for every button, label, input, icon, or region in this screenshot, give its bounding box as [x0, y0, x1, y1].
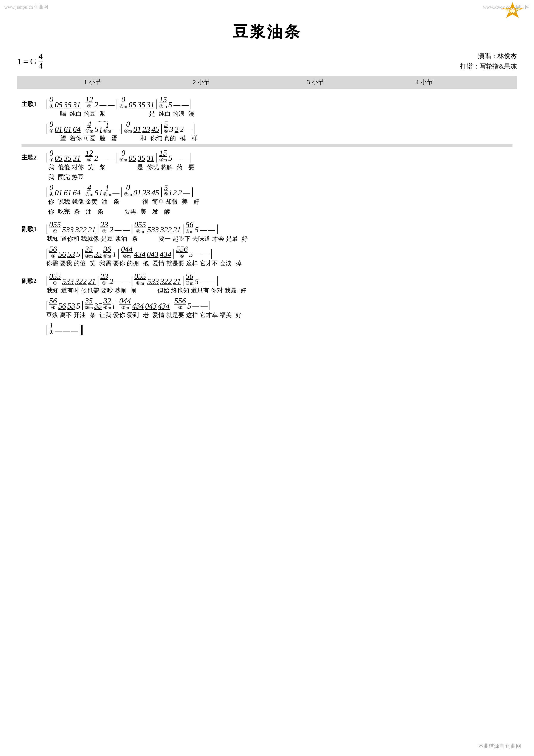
c2r2-note-i: i	[112, 302, 115, 310]
c1r1-content: | 055 ① 533 322 21 | 23 ⑤ 2 — — | 055	[45, 220, 513, 234]
v2r2-note-2-2: 2	[177, 188, 183, 197]
c1r2-bar5: |	[210, 247, 214, 259]
c2r2-note-044: 044 ②m	[119, 296, 132, 310]
c2r2-note-35-2: 35	[93, 302, 103, 310]
c2-note-5: 5	[194, 277, 199, 286]
v2r2-note-i2: i ⑥m	[103, 183, 112, 197]
note-i1-r2: i	[99, 125, 103, 134]
c2r2-note-556: 556 ⑤	[174, 296, 187, 310]
main-verse1-row2-notes: | 0 ④ 01 61 64 | 4 ③m	[21, 120, 513, 134]
c1ly2-zhe: 这样	[185, 259, 199, 267]
v2ly2b-gap	[106, 207, 124, 216]
chorus1-lyrics2: 你需 要我 的傻 笑 我需 要你 的拥 抱 爱情 就是要 这样 它才不 会淡 掉	[21, 259, 513, 267]
v2ly2-mei: 美	[179, 198, 191, 206]
v2r2-note-61: 61	[63, 188, 72, 197]
c1-note-533: 533	[62, 225, 74, 234]
v2r2-note-2: 2	[172, 188, 177, 197]
c1-note-23: 23 ⑤	[100, 220, 109, 234]
divider-space1	[21, 217, 513, 220]
c1-dash2: —	[122, 225, 130, 234]
c2-dash3: —	[199, 277, 208, 286]
c1r2-note-5: 5	[76, 250, 81, 259]
c2r2-bar1: |	[45, 299, 49, 310]
c2-note-56: 56 ③m	[185, 272, 194, 286]
barline5-end: |	[189, 97, 193, 109]
v2-note-12: 12 ⑤	[85, 148, 94, 163]
c2-note-533: 533	[62, 277, 74, 286]
end-content: | 1 ① — — — ‖	[45, 321, 513, 335]
note-31-2: 31	[146, 100, 155, 109]
c1r2-bar3: |	[117, 247, 120, 259]
c1-bar4: |	[182, 222, 185, 234]
c2-note-322-2: 322	[160, 277, 172, 286]
c2-note-21-2: 21	[172, 277, 182, 286]
v2ly2b-mei2: 美	[138, 207, 149, 216]
note-0-2: 0 ⑥m	[119, 95, 128, 109]
v2r2-dash1: —	[112, 188, 120, 197]
v2-note-05-2: 05	[128, 154, 137, 163]
v2ly2b-tiao3: 条	[94, 207, 106, 216]
v2ly2b-content: 你 吃完 条 油 条 要再 美 发 酵	[45, 207, 513, 216]
ly-empty-0	[45, 110, 57, 118]
ly2-wang: 望	[57, 134, 69, 143]
v2ly2-tiao: 条	[110, 198, 122, 206]
c1-note-56: 56 ③m	[185, 220, 194, 234]
end-dash1: —	[54, 326, 63, 335]
c2ly2-li: 离不	[59, 311, 73, 319]
divider-space2	[21, 269, 513, 271]
v2r2-bar2: |	[81, 185, 85, 197]
c1ly-tiao: 条	[129, 235, 140, 243]
v2ly-content1: 我 傻傻 对你 笑 浆 是 你忧 愁解 药 要	[45, 163, 513, 171]
note-15-1: 15 ③m	[159, 95, 168, 109]
note-45-r2: 45	[151, 125, 160, 134]
v2ly-gap	[108, 163, 134, 171]
v2-note-2: 2	[94, 154, 99, 163]
v2ly-yao2: 要	[185, 163, 197, 171]
note-0-r2: 0 ④	[49, 120, 54, 134]
note-23-r2: 23	[142, 125, 151, 134]
v2-bar5: |	[189, 151, 193, 163]
ly2-ni: 你纯	[149, 134, 163, 143]
v2r2-bar3: |	[120, 185, 124, 197]
end-double-bar: ‖	[79, 323, 85, 335]
c1-note-322: 322	[74, 225, 88, 234]
c2-note-21: 21	[88, 277, 96, 286]
c1r2-note-53: 53	[67, 250, 76, 259]
note-2-r2-2: 2	[179, 125, 184, 134]
c2r2-note-5: 5	[76, 302, 81, 310]
c1r2-bar1: |	[45, 247, 49, 259]
c2-note-055: 055 ①	[49, 272, 62, 286]
c2-bar5: |	[216, 274, 219, 286]
c1ly-jiang: 浆油	[114, 235, 129, 243]
c1ly2-yao: 要我	[59, 259, 73, 267]
c1-note-055-2: 055 ⑥m	[134, 220, 147, 234]
c1ly-shi: 是豆	[100, 235, 114, 243]
v2ly2-shuo: 说我	[57, 198, 71, 206]
ly2-yang: 样	[189, 134, 200, 143]
v2-note-35: 35	[63, 154, 72, 163]
c2r2-bar3: |	[115, 299, 119, 310]
main-verse2-row1-notes: 主歌2 | 0 ① 05 35 31 | 12 ⑤ 2 — — |	[21, 148, 513, 163]
ly-man: 漫	[185, 110, 197, 118]
sh-4: 4 小节	[373, 78, 476, 87]
main-verse2-row2-notes: | 0 ④ 01 61 64 | 4 ③m 5 i i ⑥m	[21, 183, 513, 197]
v2ly-ni: 你忧	[146, 163, 160, 171]
v2ly-jiang: 浆	[96, 163, 108, 171]
v2r2-note-5-2: 5 ⑤	[163, 183, 169, 197]
v2r2-note-5: 5	[94, 188, 99, 197]
c1ly2-ni: 你需	[45, 259, 59, 267]
c2-bar3: |	[130, 274, 134, 286]
c1r2-dash2: —	[202, 250, 210, 259]
v2ly2-content: 你 说我 就像 金黄 油 条 很 简单 却很 美 好	[45, 198, 513, 206]
ly2-he: 和	[138, 134, 149, 143]
v2-dash1: —	[99, 154, 107, 163]
c2ly2-ai: 爱你	[112, 311, 126, 319]
v2ly2-you: 油	[98, 198, 110, 206]
v2-bar4: |	[155, 151, 159, 163]
barline4: |	[155, 97, 159, 109]
v2ly2-hao: 好	[191, 198, 202, 206]
c1ly2-yao2: 要你	[112, 259, 126, 267]
c1ly-dao: 道你和	[60, 235, 80, 243]
ly-content2: 望 着你 可爱 脸 蛋 和 你纯 真的 模 样	[45, 134, 513, 143]
c2r2-bar2: |	[81, 299, 85, 310]
